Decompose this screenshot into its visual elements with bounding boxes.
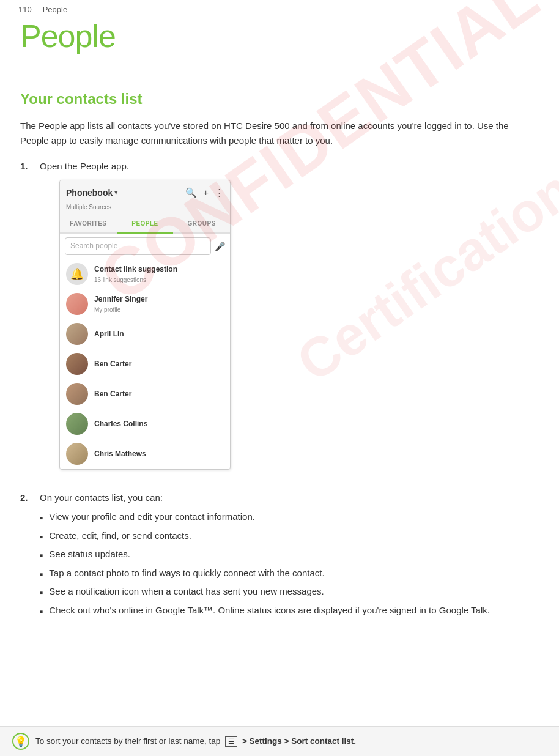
step-2: 2. On your contacts list, you can: View … <box>20 491 539 622</box>
tab-groups[interactable]: GROUPS <box>173 215 230 232</box>
contact-item-ben2[interactable]: Ben Carter <box>60 379 230 409</box>
bullet-3-text: See status updates. <box>49 547 130 561</box>
step-1: 1. Open the People app. Phonebook ▾ � <box>20 159 539 481</box>
chapter-name: People <box>43 5 67 14</box>
contacts-list: 🔔 Contact link suggestion 16 link sugges… <box>60 259 230 469</box>
contact-sub-jennifer: My profile <box>94 305 224 315</box>
contact-info-suggestion: Contact link suggestion 16 link suggesti… <box>94 264 224 285</box>
tab-favorites[interactable]: FAVORITES <box>60 215 117 232</box>
contact-avatar-ben1 <box>66 353 88 375</box>
step-1-number: 1. <box>20 159 32 174</box>
step-2-content: On your contacts list, you can: View you… <box>40 491 539 622</box>
tab-people[interactable]: PEOPLE <box>117 215 174 234</box>
bullet-6-text: Check out who's online in Google Talk™. … <box>49 604 490 618</box>
contact-item-charles[interactable]: Charles Collins <box>60 409 230 439</box>
multiple-sources-label: Multiple Sources <box>66 202 224 212</box>
page-title: People <box>20 19 539 54</box>
contact-avatar-april <box>66 323 88 345</box>
bullet-5: See a notification icon when a contact h… <box>40 585 539 600</box>
step-1-text: Open the People app. <box>40 161 129 171</box>
phonebook-title: Phonebook ▾ <box>66 186 117 199</box>
contact-avatar-ben2 <box>66 383 88 405</box>
more-icon[interactable]: ⋮ <box>215 185 224 200</box>
bullet-1: View your profile and edit your contact … <box>40 510 539 525</box>
contact-name-april: April Lin <box>94 328 224 340</box>
phone-search-row: Search people 🎤 <box>60 234 230 259</box>
phone-tabs: FAVORITES PEOPLE GROUPS <box>60 215 230 234</box>
mic-icon[interactable]: 🎤 <box>215 240 225 253</box>
phone-title-row: Phonebook ▾ 🔍 + ⋮ <box>66 185 224 200</box>
dropdown-arrow-icon: ▾ <box>114 188 117 198</box>
tip-bold-text: > Settings > Sort contact list. <box>242 736 356 746</box>
contact-info-ben1: Ben Carter <box>94 358 224 370</box>
contact-info-ben2: Ben Carter <box>94 388 224 400</box>
tip-menu-icon: ☰ <box>225 736 237 747</box>
bullet-3: See status updates. <box>40 547 539 563</box>
contact-name-ben2: Ben Carter <box>94 388 224 400</box>
contact-item-jennifer[interactable]: Jennifer Singer My profile <box>60 289 230 319</box>
contact-name-jennifer: Jennifer Singer <box>94 294 224 305</box>
main-content: People Your contacts list The People app… <box>0 19 559 681</box>
contact-name-chris: Chris Mathews <box>94 448 224 460</box>
contact-info-charles: Charles Collins <box>94 418 224 430</box>
contact-item-suggestion[interactable]: 🔔 Contact link suggestion 16 link sugges… <box>60 259 230 289</box>
bullet-1-text: View your profile and edit your contact … <box>49 510 255 524</box>
numbered-list: 1. Open the People app. Phonebook ▾ � <box>20 159 539 622</box>
contact-avatar-jennifer <box>66 293 88 315</box>
contact-avatar-charles <box>66 413 88 435</box>
phone-icon-row: 🔍 + ⋮ <box>185 185 224 200</box>
bullet-6: Check out who's online in Google Talk™. … <box>40 604 539 619</box>
bullet-5-text: See a notification icon when a contact h… <box>49 585 324 599</box>
phone-top-bar: Phonebook ▾ 🔍 + ⋮ Multiple Sources <box>60 180 230 215</box>
bullet-4: Tap a contact photo to find ways to quic… <box>40 566 539 582</box>
search-people-input[interactable]: Search people <box>65 237 211 255</box>
bullet-2-text: Create, edit, find, or send contacts. <box>49 529 191 543</box>
contact-item-april[interactable]: April Lin <box>60 319 230 349</box>
step-1-content: Open the People app. Phonebook ▾ 🔍 <box>40 159 539 481</box>
step-2-number: 2. <box>20 491 32 505</box>
phonebook-label: Phonebook <box>66 186 113 199</box>
contact-name-ben1: Ben Carter <box>94 358 224 370</box>
section-heading: Your contacts list <box>20 91 539 108</box>
contact-avatar-bell: 🔔 <box>66 263 88 285</box>
phone-screenshot: Phonebook ▾ 🔍 + ⋮ Multiple Sources <box>59 180 231 470</box>
tip-bulb-icon: 💡 <box>12 733 29 750</box>
page-number: 110 <box>18 5 32 14</box>
search-icon[interactable]: 🔍 <box>185 185 197 200</box>
tip-main-text: To sort your contacts by their first or … <box>35 736 220 746</box>
contact-name-charles: Charles Collins <box>94 418 224 430</box>
step-2-text: On your contacts list, you can: <box>40 492 163 503</box>
tip-text: To sort your contacts by their first or … <box>35 736 356 747</box>
add-icon[interactable]: + <box>203 185 209 200</box>
contact-item-ben1[interactable]: Ben Carter <box>60 349 230 379</box>
contact-info-jennifer: Jennifer Singer My profile <box>94 294 224 315</box>
bullet-4-text: Tap a contact photo to find ways to quic… <box>49 566 324 580</box>
contact-sub-suggestion: 16 link suggestions <box>94 275 224 285</box>
intro-paragraph: The People app lists all contacts you've… <box>20 119 539 148</box>
bullet-2: Create, edit, find, or send contacts. <box>40 529 539 544</box>
contact-info-chris: Chris Mathews <box>94 448 224 460</box>
contact-item-chris[interactable]: Chris Mathews <box>60 439 230 469</box>
bullet-list: View your profile and edit your contact … <box>40 510 539 618</box>
contact-info-april: April Lin <box>94 328 224 340</box>
contact-avatar-chris <box>66 443 88 465</box>
contact-name-suggestion: Contact link suggestion <box>94 264 224 275</box>
page-header: 110 People <box>0 0 559 19</box>
tip-bar: 💡 To sort your contacts by their first o… <box>0 726 559 756</box>
